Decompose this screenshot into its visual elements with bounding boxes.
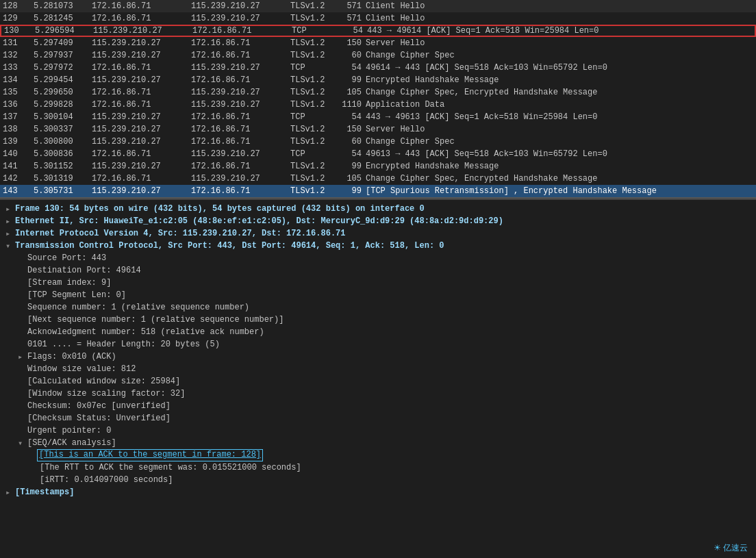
col-time: 5.301152: [34, 162, 92, 171]
detail-field[interactable]: ▸ Internet Protocol Version 4, Src: 115.…: [0, 227, 756, 240]
col-time: 5.299454: [34, 75, 92, 85]
detail-field: Source Port: 443: [0, 252, 756, 264]
col-src: 172.16.86.71: [92, 100, 191, 110]
packet-row[interactable]: 135 5.299650 172.16.86.71 115.239.210.27…: [0, 86, 756, 99]
col-no: 130: [4, 26, 35, 36]
col-info: Server Hello: [366, 38, 753, 48]
col-no: 139: [3, 137, 34, 147]
col-info: Server Hello: [366, 125, 753, 134]
col-proto: TLSv1.2: [290, 100, 335, 110]
col-info: [TCP Spurious Retransmission] , Encrypte…: [366, 186, 753, 196]
detail-field[interactable]: ▾ [SEQ/ACK analysis]: [0, 437, 756, 449]
col-dst: 115.239.210.27: [191, 1, 290, 11]
col-len: 54: [335, 112, 366, 122]
col-time: 5.300104: [34, 112, 92, 122]
detail-field[interactable]: ▸ [Timestamps]: [0, 486, 756, 498]
col-src: 115.239.210.27: [92, 125, 191, 134]
field-text: [Window size scaling factor: 32]: [27, 389, 185, 398]
field-text: Frame 130: 54 bytes on wire (432 bits), …: [15, 204, 425, 214]
col-src: 172.16.86.71: [92, 14, 191, 23]
col-time: 5.297937: [34, 51, 92, 60]
field-text: [Stream index: 9]: [27, 278, 111, 288]
col-info: Application Data: [366, 100, 753, 110]
col-src: 172.16.86.71: [92, 1, 191, 11]
col-dst: 172.16.86.71: [191, 51, 290, 60]
col-info: 443 → 49613 [ACK] Seq=1 Ack=518 Win=2598…: [366, 112, 753, 122]
packet-row[interactable]: 128 5.281073 172.16.86.71 115.239.210.27…: [0, 0, 756, 12]
detail-link[interactable]: [This is an ACK to the segment in frame:…: [37, 449, 263, 461]
detail-field: [TCP Segment Len: 0]: [0, 289, 756, 301]
col-proto: TLSv1.2: [290, 174, 335, 183]
expand-icon[interactable]: ▾: [5, 241, 15, 251]
detail-field[interactable]: ▾ Transmission Control Protocol, Src Por…: [0, 240, 756, 252]
packet-row[interactable]: 129 5.281245 172.16.86.71 115.239.210.27…: [0, 12, 756, 25]
col-time: 5.305731: [34, 186, 92, 196]
field-text: [Timestamps]: [15, 487, 74, 497]
col-proto: TCP: [290, 149, 335, 159]
detail-field: Sequence number: 1 (relative sequence nu…: [0, 301, 756, 314]
packet-row[interactable]: 134 5.299454 115.239.210.27 172.16.86.71…: [0, 74, 756, 86]
col-no: 137: [3, 112, 34, 122]
col-src: 172.16.86.71: [92, 63, 191, 73]
detail-field: [The RTT to ACK the segment was: 0.01552…: [0, 461, 756, 474]
field-text: Ethernet II, Src: HuaweiTe_e1:c2:05 (48:…: [15, 216, 503, 226]
col-dst: 172.16.86.71: [192, 26, 292, 36]
col-time: 5.297409: [34, 38, 92, 48]
expand-icon[interactable]: ▸: [5, 229, 15, 239]
expand-icon[interactable]: ▾: [18, 438, 27, 448]
packet-row[interactable]: 139 5.300800 115.239.210.27 172.16.86.71…: [0, 136, 756, 148]
detail-field: Acknowledgment number: 518 (relative ack…: [0, 326, 756, 338]
field-text: [iRTT: 0.014097000 seconds]: [40, 475, 173, 485]
col-time: 5.301319: [34, 174, 92, 183]
col-src: 115.239.210.27: [92, 112, 191, 122]
detail-field: Window size value: 812: [0, 363, 756, 375]
col-proto: TLSv1.2: [290, 88, 335, 97]
detail-field[interactable]: ▸ Ethernet II, Src: HuaweiTe_e1:c2:05 (4…: [0, 215, 756, 227]
link-text: [This is an ACK to the segment in frame:…: [39, 450, 261, 459]
col-proto: TCP: [290, 63, 335, 73]
packet-row[interactable]: 131 5.297409 115.239.210.27 172.16.86.71…: [0, 37, 756, 49]
detail-field: Destination Port: 49614: [0, 264, 756, 277]
col-dst: 172.16.86.71: [191, 38, 290, 48]
packet-row[interactable]: 143 5.305731 115.239.210.27 172.16.86.71…: [0, 185, 756, 197]
col-no: 142: [3, 174, 34, 183]
detail-field[interactable]: ▸ Frame 130: 54 bytes on wire (432 bits)…: [0, 203, 756, 215]
detail-field[interactable]: ▸ Flags: 0x010 (ACK): [0, 351, 756, 363]
col-no: 132: [3, 51, 34, 60]
col-proto: TCP: [292, 26, 336, 36]
packet-row[interactable]: 140 5.300836 172.16.86.71 115.239.210.27…: [0, 148, 756, 160]
col-no: 129: [3, 14, 34, 23]
col-dst: 172.16.86.71: [191, 162, 290, 171]
col-len: 1110: [335, 100, 366, 110]
col-dst: 115.239.210.27: [191, 100, 290, 110]
field-text: Flags: 0x010 (ACK): [27, 352, 116, 362]
col-time: 5.300800: [34, 137, 92, 147]
field-text: Urgent pointer: 0: [27, 426, 111, 435]
packet-row[interactable]: 133 5.297972 172.16.86.71 115.239.210.27…: [0, 62, 756, 74]
packet-row[interactable]: 130 5.296594 115.239.210.27 172.16.86.71…: [0, 25, 756, 37]
packet-row[interactable]: 132 5.297937 115.239.210.27 172.16.86.71…: [0, 49, 756, 62]
expand-icon[interactable]: ▸: [5, 216, 15, 227]
expand-icon[interactable]: ▸: [18, 352, 27, 362]
watermark: ☀ 亿速云: [714, 542, 748, 554]
packet-row[interactable]: 136 5.299828 172.16.86.71 115.239.210.27…: [0, 99, 756, 111]
col-time: 5.281073: [34, 1, 92, 11]
packet-row[interactable]: 137 5.300104 115.239.210.27 172.16.86.71…: [0, 111, 756, 123]
field-text: Checksum: 0x07ec [unverified]: [27, 401, 171, 411]
expand-icon[interactable]: ▸: [5, 204, 15, 214]
col-no: 134: [3, 75, 34, 85]
col-len: 99: [335, 75, 366, 85]
packet-row[interactable]: 142 5.301319 172.16.86.71 115.239.210.27…: [0, 173, 756, 185]
col-no: 135: [3, 88, 34, 97]
field-text: [Next sequence number: 1 (relative seque…: [27, 315, 284, 325]
col-src: 115.239.210.27: [92, 162, 191, 171]
packet-row[interactable]: 141 5.301152 115.239.210.27 172.16.86.71…: [0, 160, 756, 173]
packet-row[interactable]: 138 5.300337 115.239.210.27 172.16.86.71…: [0, 123, 756, 136]
expand-icon[interactable]: ▸: [5, 487, 15, 498]
col-src: 172.16.86.71: [92, 88, 191, 97]
col-time: 5.281245: [34, 14, 92, 23]
col-info: Change Cipher Spec: [366, 137, 753, 147]
col-len: 105: [335, 174, 366, 183]
field-text: Internet Protocol Version 4, Src: 115.23…: [15, 229, 345, 238]
col-src: 115.239.210.27: [92, 137, 191, 147]
